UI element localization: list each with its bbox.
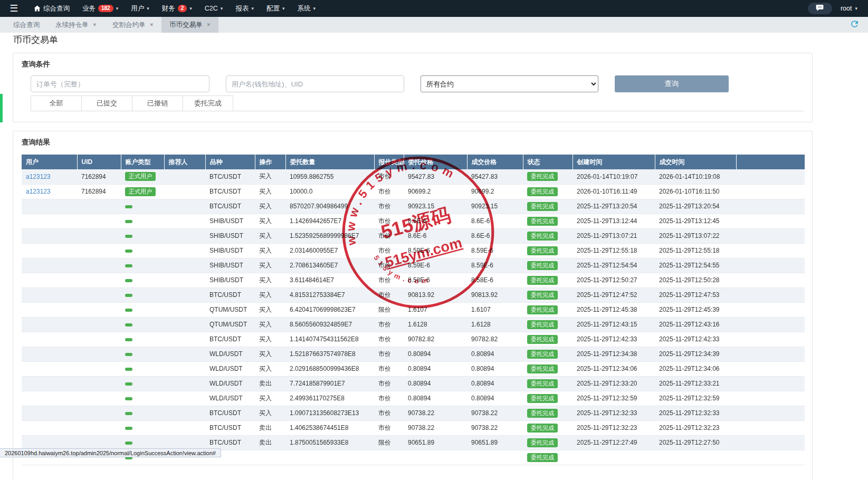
cell-order-price: 1.6128: [404, 317, 467, 332]
status-badge: 委托完成: [527, 187, 558, 196]
cell-quote-type: 市价: [374, 199, 404, 214]
cell-status: 委托完成: [523, 420, 573, 435]
cell-uid: [77, 406, 121, 420]
cell-account-type: [121, 258, 164, 273]
filter-tab[interactable]: 全部: [31, 95, 81, 111]
cell-referrer: [164, 435, 205, 450]
cell-side: 买入: [255, 228, 285, 243]
nav-item-users[interactable]: 用户 ▾: [125, 0, 156, 17]
close-icon[interactable]: ✕: [150, 22, 154, 27]
cell-uid: [77, 258, 121, 273]
username-input[interactable]: [226, 75, 404, 92]
cell-user: [22, 317, 77, 332]
cell-uid: [77, 228, 121, 243]
cell-account-type: 正式用户: [121, 169, 164, 184]
cell-created: 2025-11-29T12:50:27: [573, 273, 655, 287]
tab-spot-orders[interactable]: 币币交易单 ✕: [161, 17, 218, 33]
cell-order-price: 0.80894: [404, 347, 467, 361]
cell-account-type: [121, 273, 164, 287]
order-no-input[interactable]: [31, 75, 209, 92]
cell-deal-price: 1.6128: [467, 317, 523, 332]
column-header: 成交价格: [467, 155, 523, 169]
user-link[interactable]: a123123: [26, 173, 51, 180]
cell-deal-price: 0.80894: [467, 347, 523, 361]
cell-account-type: [121, 317, 164, 332]
cell-status: 委托完成: [523, 332, 573, 347]
tab-label: 永续持仓单: [55, 21, 89, 30]
cell-amount: 3.611484614E7: [285, 273, 374, 287]
nav-item-summary[interactable]: 综合查询 ▾: [27, 0, 76, 17]
nav-item-business[interactable]: 业务 182 ▾: [76, 0, 125, 17]
cell-symbol: BTC/USDT: [205, 184, 255, 199]
filter-tab[interactable]: 已撤销: [132, 95, 183, 111]
account-type-badge: [125, 279, 132, 282]
cell-extra: [736, 184, 805, 199]
cell-user: [22, 420, 77, 435]
cell-user: [22, 302, 77, 317]
cell-account-type: [121, 199, 164, 214]
close-icon[interactable]: ✕: [93, 22, 97, 27]
contract-select[interactable]: 所有合约: [421, 75, 598, 92]
cell-referrer: [164, 332, 205, 347]
tab-delivery-contracts[interactable]: 交割合约单 ✕: [104, 17, 161, 33]
cell-symbol: BTC/USDT: [205, 332, 255, 347]
cell-created: 2025-11-29T12:27:49: [573, 435, 655, 450]
cell-status: 委托完成: [523, 435, 573, 450]
cell-dealt: 2025-11-29T13:20:54: [655, 199, 736, 214]
chevron-down-icon: ▾: [189, 6, 192, 11]
filter-tab[interactable]: 委托完成: [183, 95, 233, 111]
page-title: 币币交易单: [13, 34, 58, 46]
table-row: SHIB/USDT 买入 2.7086134605E7 市价 8.59E-6 8…: [22, 258, 805, 273]
user-link[interactable]: a123123: [26, 188, 51, 195]
tab-perpetual-positions[interactable]: 永续持仓单 ✕: [47, 17, 104, 33]
hamburger-menu-icon[interactable]: ☰: [0, 0, 27, 17]
table-row: BTC/USDT 卖出 1.8750051565933E8 限价 90651.8…: [22, 435, 805, 450]
nav-item-c2c[interactable]: C2C ▾: [198, 0, 230, 17]
close-icon[interactable]: ✕: [207, 22, 211, 27]
cell-dealt: 2025-11-29T12:32:59: [655, 391, 736, 406]
cell-uid: [77, 420, 121, 435]
cell-extra: [736, 214, 805, 228]
cell-dealt: 2025-11-29T13:07:22: [655, 228, 736, 243]
cell-deal-price: 90813.92: [467, 287, 523, 302]
tab-summary[interactable]: 综合查询 ✕: [5, 17, 47, 33]
refresh-button[interactable]: [848, 18, 861, 31]
cell-created: 2026-01-14T10:19:07: [573, 169, 655, 184]
cell-dealt: 2025-11-29T12:32:23: [655, 420, 736, 435]
cell-user: a123123: [22, 184, 77, 199]
chevron-down-icon: ▾: [282, 6, 285, 11]
nav-item-label: 业务: [82, 4, 96, 13]
cell-side: 买入: [255, 273, 285, 287]
cell-side: 卖出: [255, 420, 285, 435]
cell-extra: [736, 228, 805, 243]
cell-amount: [285, 450, 374, 465]
search-button[interactable]: 查询: [615, 75, 729, 92]
cell-status: 委托完成: [523, 406, 573, 420]
chat-button[interactable]: [808, 3, 832, 14]
user-name: root: [841, 5, 852, 12]
cell-amount: 2.7086134605E7: [285, 258, 374, 273]
cell-quote-type: 市价: [374, 214, 404, 228]
status-badge: 委托完成: [527, 335, 558, 344]
cell-deal-price: 8.59E-6: [467, 258, 523, 273]
user-menu[interactable]: root ▾: [841, 5, 857, 12]
cell-user: [22, 258, 77, 273]
cell-side: 买入: [255, 317, 285, 332]
cell-amount: 1.5235925689999986E7: [285, 228, 374, 243]
cell-dealt: 2025-11-29T12:43:16: [655, 317, 736, 332]
browser-status-bar: 20260109hd.haiwaiym26.top/admin2025/norm…: [0, 448, 221, 457]
filter-tab[interactable]: 已提交: [81, 95, 132, 111]
account-type-badge: [125, 427, 132, 430]
cell-quote-type: 市价: [374, 347, 404, 361]
nav-item-finance[interactable]: 财务 2 ▾: [156, 0, 198, 17]
account-type-badge: [125, 441, 132, 445]
cell-referrer: [164, 317, 205, 332]
tab-label: 币币交易单: [169, 21, 203, 30]
cell-account-type: [121, 243, 164, 258]
nav-item-config[interactable]: 配置 ▾: [260, 0, 291, 17]
cell-symbol: QTUM/USDT: [205, 317, 255, 332]
nav-item-system[interactable]: 系统 ▾: [291, 0, 322, 17]
nav-item-reports[interactable]: 报表 ▾: [229, 0, 260, 17]
cell-account-type: [121, 406, 164, 420]
cell-amount: 2.0291688500999436E8: [285, 361, 374, 376]
